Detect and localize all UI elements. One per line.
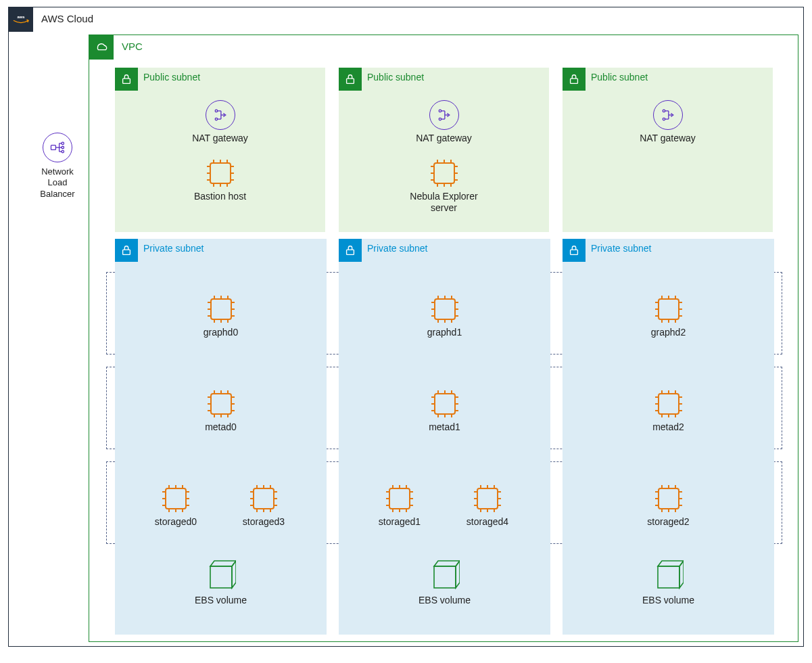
ebs-volume-icon: [430, 558, 460, 592]
nlb-label: NetworkLoadBalancer: [29, 166, 86, 200]
svg-point-31: [439, 118, 441, 120]
public-subnet-label: Public subnet: [143, 72, 200, 83]
vpc-container: VPC Public subnet NAT gateway Bastion ho…: [89, 35, 798, 642]
ebs-volume: EBS volume: [563, 558, 774, 606]
storaged-node: storaged2: [563, 484, 774, 528]
public-subnet-2: Public subnet NAT gateway: [563, 68, 773, 232]
instance-icon: [654, 389, 684, 419]
bastion-host-label: Bastion host: [115, 191, 325, 202]
aws-logo-icon: aws: [9, 7, 33, 32]
graphd-node: graphd0: [115, 294, 327, 338]
svg-rect-105: [347, 250, 354, 254]
instance-icon: [385, 484, 414, 513]
ebs-volume-label: EBS volume: [339, 595, 550, 606]
instance-icon: [654, 294, 684, 324]
instance-icon: [654, 484, 684, 513]
storaged-label: storaged3: [226, 516, 301, 528]
nebula-explorer-server: Nebula Explorerserver: [339, 158, 549, 214]
svg-point-5: [62, 146, 64, 148]
subnet-lock-icon: [563, 239, 586, 262]
nat-gateway: NAT gateway: [563, 100, 773, 144]
metad-node: metad0: [115, 389, 327, 433]
private-subnet-label: Private subnet: [367, 243, 428, 254]
nat-gateway-label: NAT gateway: [563, 133, 773, 144]
ebs-volume-label: EBS volume: [115, 595, 327, 606]
svg-rect-1: [51, 145, 55, 150]
ebs-volume-icon: [654, 558, 684, 592]
storaged-node: storaged4: [450, 484, 525, 528]
svg-rect-192: [658, 566, 679, 588]
svg-rect-29: [347, 78, 354, 83]
aws-cloud-label: AWS Cloud: [41, 13, 93, 24]
instance-icon: [430, 389, 460, 419]
instance-icon: [249, 484, 279, 513]
public-subnet-1: Public subnet NAT gateway Nebula Explore…: [339, 68, 549, 232]
private-subnet-1: Private subnet graphd1 metad1 storaged1 …: [339, 239, 550, 635]
vpc-icon: [89, 35, 114, 60]
instance-icon: [206, 158, 235, 188]
instance-icon: [429, 158, 459, 188]
svg-text:aws: aws: [17, 15, 25, 19]
instance-icon: [206, 294, 236, 324]
svg-point-30: [439, 110, 441, 112]
subnet-lock-icon: [339, 239, 362, 262]
instance-icon: [473, 484, 502, 513]
metad-label: metad2: [563, 421, 774, 433]
svg-point-6: [62, 150, 64, 152]
svg-point-50: [663, 118, 665, 120]
instance-icon: [430, 294, 460, 324]
storaged-node: storaged3: [226, 484, 301, 528]
metad-node: metad2: [563, 389, 774, 433]
ebs-volume-icon: [206, 558, 236, 592]
private-subnet-label: Private subnet: [143, 243, 204, 254]
svg-point-4: [62, 142, 64, 144]
graphd-label: graphd1: [339, 327, 550, 338]
storaged-label: storaged2: [563, 516, 774, 528]
storaged-label: storaged4: [450, 516, 525, 528]
storaged-label: storaged1: [362, 516, 437, 528]
svg-point-12: [215, 118, 217, 120]
subnet-lock-icon: [339, 68, 362, 91]
svg-rect-154: [434, 566, 456, 588]
vpc-label: VPC: [122, 41, 143, 52]
nat-gateway-icon: [206, 100, 235, 130]
ebs-volume: EBS volume: [115, 558, 327, 606]
subnet-lock-icon: [115, 68, 138, 91]
svg-rect-104: [210, 566, 232, 588]
storaged-node: storaged0: [139, 484, 213, 528]
svg-rect-48: [571, 78, 578, 83]
ebs-volume: EBS volume: [339, 558, 550, 606]
svg-rect-155: [571, 250, 578, 254]
graphd-node: graphd1: [339, 294, 550, 338]
svg-rect-10: [123, 78, 130, 83]
graphd-node: graphd2: [563, 294, 774, 338]
svg-point-49: [663, 110, 665, 112]
private-subnet-2: Private subnet graphd2 metad2 storaged2 …: [563, 239, 774, 635]
aws-cloud-container: aws AWS Cloud NetworkLoadBalancer VPC Pu…: [8, 7, 804, 647]
nat-gateway-icon: [429, 100, 459, 130]
storaged-node: storaged1: [362, 484, 437, 528]
subnet-lock-icon: [115, 239, 138, 262]
public-subnet-label: Public subnet: [367, 72, 424, 83]
nat-gateway-icon: [653, 100, 683, 130]
metad-label: metad0: [115, 421, 327, 433]
private-subnet-label: Private subnet: [591, 243, 652, 254]
nat-gateway: NAT gateway: [339, 100, 549, 144]
svg-point-11: [215, 110, 217, 112]
network-load-balancer: NetworkLoadBalancer: [29, 133, 86, 200]
svg-rect-55: [123, 250, 130, 254]
subnet-lock-icon: [563, 68, 586, 91]
nat-gateway-label: NAT gateway: [339, 133, 549, 144]
nat-gateway: NAT gateway: [115, 100, 325, 144]
instance-icon: [161, 484, 191, 513]
bastion-host: Bastion host: [115, 158, 325, 202]
graphd-label: graphd2: [563, 327, 774, 338]
public-subnet-label: Public subnet: [591, 72, 648, 83]
nat-gateway-label: NAT gateway: [115, 133, 325, 144]
nebula-explorer-label: Nebula Explorerserver: [339, 191, 549, 214]
graphd-label: graphd0: [115, 327, 327, 338]
load-balancer-icon: [43, 133, 72, 162]
metad-label: metad1: [339, 421, 550, 433]
storaged-label: storaged0: [139, 516, 213, 528]
instance-icon: [206, 389, 236, 419]
